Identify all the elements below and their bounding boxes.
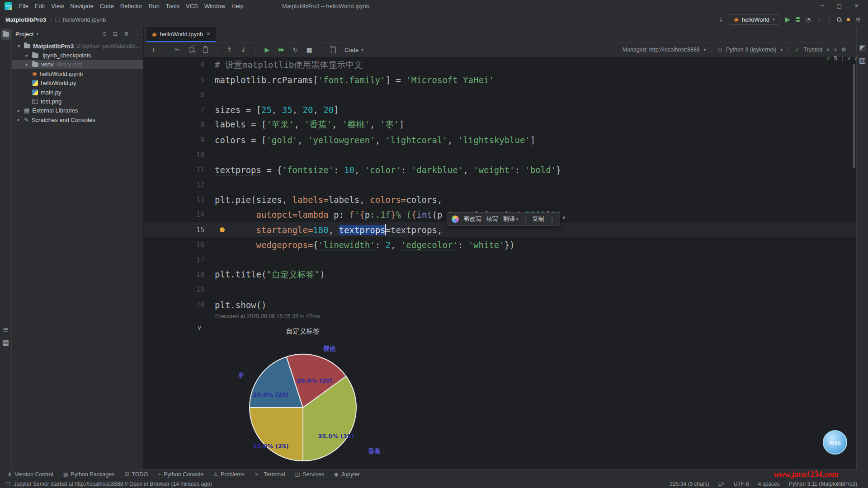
tool-window-python-packages[interactable]: ▤Python Packages [59, 470, 119, 479]
event-log-icon[interactable]: ▢ [5, 481, 10, 486]
menu-navigate[interactable]: Navigate [67, 2, 96, 10]
code-line-7[interactable]: 7sizes = [25, 35, 20, 20] [144, 103, 856, 117]
project-tool-icon[interactable] [1, 29, 11, 40]
menu-edit[interactable]: Edit [32, 2, 48, 10]
popup-action-copy[interactable]: 复制 [533, 215, 544, 223]
expand-arrow-icon[interactable]: ▸ [24, 62, 29, 67]
close-icon[interactable]: ✕ [854, 3, 859, 9]
close-tab-icon[interactable]: ✕ [206, 32, 210, 37]
code-line-10[interactable]: 10 [144, 147, 856, 162]
status-segment-3[interactable]: UTF-8 [734, 481, 749, 487]
tree-item-helloworld-py[interactable]: helloWorld.py [12, 79, 143, 88]
notebook-settings-icon[interactable]: ⚙ [841, 47, 846, 53]
move-cell-down-button[interactable]: ↓ [239, 45, 247, 54]
code-line-16[interactable]: 16 wedgeprops={'linewidth': 2, 'edgecolo… [144, 237, 856, 252]
status-segment-4[interactable]: 4 spaces [758, 481, 780, 487]
expand-arrow-icon[interactable]: ▸ [24, 53, 29, 58]
ai-assistant-tool-icon[interactable]: ▥ [858, 55, 868, 66]
menu-window[interactable]: Window [201, 2, 228, 10]
paste-cell-button[interactable] [201, 45, 209, 54]
tree-item-external-libraries[interactable]: ▸▤External Libraries [12, 106, 143, 115]
floating-badge[interactable]: loss [823, 430, 847, 455]
tool-window-version-control[interactable]: ⋔Version Control [4, 470, 57, 479]
status-segment-2[interactable]: LF [718, 481, 725, 487]
tool-window-jupyter[interactable]: ◉Jupyter [330, 470, 364, 479]
code-line-18[interactable]: 18plt.title("自定义标签") [144, 267, 856, 282]
menu-help[interactable]: Help [228, 2, 247, 10]
menu-run[interactable]: Run [146, 2, 163, 10]
tab-helloworld-ipynb[interactable]: ◉ helloWorld.ipynb ✕ [146, 27, 216, 42]
popup-action-3[interactable]: 翻译▾ [503, 215, 519, 223]
status-segment-1[interactable]: 325:34 (9 chars) [670, 481, 709, 487]
tree-item-test-png[interactable]: test.png [12, 97, 143, 106]
tree-item-helloworld-ipynb[interactable]: ◉helloWorld.ipynb [12, 69, 143, 78]
chevron-up-icon[interactable]: ∧ [826, 47, 830, 52]
tree-item-venv[interactable]: ▸venvlibrary root [12, 60, 143, 69]
code-line-5[interactable]: 5matplotlib.rcParams['font.family'] = 'M… [144, 72, 856, 87]
kernel-select[interactable]: Python 3 (ipykernel) [726, 47, 776, 53]
structure-tool-icon[interactable]: ≡ [1, 324, 11, 335]
search-everywhere-icon[interactable] [837, 17, 841, 22]
menu-refactor[interactable]: Refactor [117, 2, 146, 10]
code-line-19[interactable]: 19 [144, 282, 856, 297]
code-line-6[interactable]: 6 [144, 87, 856, 102]
menu-vcs[interactable]: VCS [183, 2, 201, 10]
more-actions-icon[interactable]: ⋮ [816, 17, 822, 23]
locate-file-icon[interactable]: ⊙ [102, 31, 107, 37]
menu-view[interactable]: View [48, 2, 67, 10]
code-line-17[interactable]: 17 [144, 252, 856, 267]
menu-tools[interactable]: Tools [163, 2, 183, 10]
run-button[interactable]: ▶ [785, 16, 790, 23]
trusted-label[interactable]: Trusted [803, 47, 822, 53]
menu-code[interactable]: Code [97, 2, 117, 10]
popup-more-icon[interactable]: ⋮ [549, 216, 555, 222]
prev-issue-icon[interactable]: ∧ [848, 56, 851, 61]
add-cell-button[interactable]: + [149, 45, 157, 54]
inspections-widget[interactable]: ✓ 5 ∧ ∨ [826, 55, 857, 62]
settings-icon[interactable]: ⚙ [855, 17, 861, 23]
panel-options-icon[interactable]: ⚙ [124, 31, 129, 37]
interrupt-kernel-button[interactable]: ■ [305, 45, 313, 54]
delete-cell-button[interactable] [329, 45, 337, 54]
menu-file[interactable]: File [16, 2, 32, 10]
popup-action-1[interactable]: 帮改写 [464, 215, 481, 223]
coverage-button[interactable]: ◔ [806, 17, 811, 23]
copy-cell-button[interactable] [187, 45, 195, 54]
update-project-icon[interactable]: ↓ [718, 17, 723, 23]
tree-item--ipynb-checkpoints[interactable]: ▸.ipynb_checkpoints [12, 51, 143, 60]
expand-arrow-icon[interactable]: ▸ [16, 117, 21, 122]
breadcrumb-file[interactable]: helloWorld.ipynb [56, 16, 106, 23]
code-line-4[interactable]: 4# 设置matplotlib使用黑体显示中文 [144, 57, 856, 72]
maximize-icon[interactable]: □ [837, 3, 842, 9]
tool-window-terminal[interactable]: >_Terminal [250, 470, 289, 479]
collapse-all-icon[interactable]: ⊟ [113, 31, 118, 37]
project-panel-title[interactable]: Project [15, 31, 33, 38]
status-message[interactable]: Jupyter Server started at http://localho… [14, 481, 212, 487]
code-line-9[interactable]: 9colors = ['gold', 'yellowgreen', 'light… [144, 132, 856, 147]
expand-arrow-icon[interactable]: ▾ [16, 44, 21, 48]
cell-type-select[interactable]: Code ▾ [344, 47, 363, 53]
tool-window-problems[interactable]: ⚠Problems [209, 470, 249, 479]
notifications-tool-icon[interactable]: ◩ [858, 42, 868, 53]
popup-action-2[interactable]: 续写 [486, 215, 498, 223]
hide-panel-icon[interactable]: − [135, 31, 140, 37]
bookmarks-tool-icon[interactable]: ▤ [1, 337, 11, 348]
tool-window-python-console[interactable]: »Python Console [154, 470, 208, 479]
tree-item-scratches-and-consoles[interactable]: ▸✎Scratches and Consoles [12, 115, 143, 124]
restart-kernel-button[interactable]: ↻ [291, 45, 299, 54]
cut-cell-button[interactable]: ✂ [173, 45, 181, 54]
status-segment-5[interactable]: Python 3.11 (MatplotlibPro3) [789, 481, 857, 487]
code-line-20[interactable]: 20plt.show() [144, 297, 856, 312]
tool-window-services[interactable]: ◫Services [291, 470, 328, 479]
run-cell-button[interactable]: ▶ [263, 45, 271, 54]
collapse-output-icon[interactable]: ∨ [197, 324, 202, 331]
breakpoint-dot-icon[interactable] [220, 227, 225, 232]
move-cell-up-button[interactable]: ↑ [225, 45, 233, 54]
tool-window-todo[interactable]: ☑TODO [120, 470, 152, 479]
chevron-down-icon[interactable]: ∨ [834, 47, 837, 52]
tree-item-matplotlibpro3[interactable]: ▾MatplotlibPro3D:\python_pro\MatplotlibP… [12, 42, 143, 51]
run-all-cells-button[interactable]: ▶▶ [277, 45, 285, 54]
project-button[interactable]: MatplotlibPro3 [5, 16, 46, 23]
next-issue-icon[interactable]: ∨ [854, 56, 857, 61]
run-config-select[interactable]: ◉ helloWorld ▾ [729, 14, 779, 25]
